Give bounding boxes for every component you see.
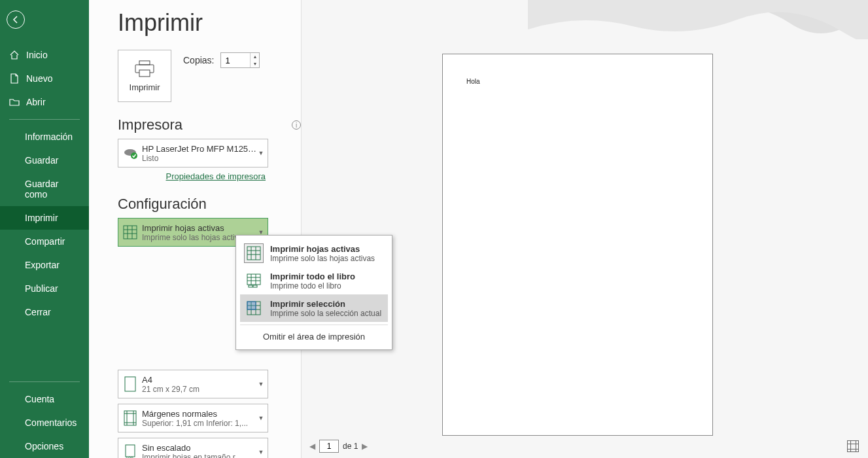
copies-spinner[interactable]: ▲ ▼ — [220, 52, 260, 68]
chevron-down-icon: ▼ — [257, 150, 268, 156]
sidebar-separator — [9, 381, 80, 382]
svg-rect-29 — [253, 285, 257, 287]
option-title: Imprimir todo el libro — [270, 272, 355, 281]
nav-cuenta[interactable]: Cuenta — [0, 387, 89, 411]
dropdown-title: Sin escalado — [142, 443, 257, 453]
popup-ignore-print-area[interactable]: Omitir el área de impresión — [240, 328, 388, 345]
dropdown-subtitle: 21 cm x 29,7 cm — [142, 385, 257, 394]
nav-label: Opciones — [25, 441, 63, 451]
margins-icon — [118, 404, 142, 432]
svg-rect-11 — [124, 411, 136, 425]
nav-label: Publicar — [25, 283, 58, 294]
nav-label: Comentarios — [25, 417, 77, 428]
print-button-label: Imprimir — [130, 82, 160, 92]
prev-page-button[interactable]: ◀ — [305, 442, 319, 451]
printer-status-icon — [118, 139, 142, 167]
option-title: Imprimir selección — [270, 299, 381, 309]
page-preview: Hola — [442, 54, 713, 436]
workbook-icon — [244, 271, 264, 291]
nav-label: Guardar — [25, 155, 58, 166]
page-navigator: ◀ de 1 ▶ — [303, 438, 859, 454]
printer-properties-link[interactable]: Propiedades de impresora — [118, 171, 266, 181]
nav-informacion[interactable]: Información — [0, 125, 89, 149]
printer-dropdown[interactable]: HP LaserJet Pro MFP M125-... Listo ▼ — [118, 139, 268, 167]
show-margins-button[interactable] — [847, 440, 859, 452]
page-of-label: de 1 — [343, 442, 358, 451]
chevron-down-icon: ▼ — [257, 415, 268, 421]
header-decoration — [528, 0, 868, 39]
dropdown-title: Márgenes normales — [142, 409, 257, 419]
svg-rect-0 — [139, 61, 150, 65]
nav-label: Información — [25, 132, 73, 142]
margins-dropdown[interactable]: Márgenes normales Superior: 1,91 cm Infe… — [118, 404, 268, 432]
option-subtitle: Imprime todo el libro — [270, 281, 355, 291]
scaling-icon: 100 — [118, 438, 142, 458]
nav-nuevo[interactable]: Nuevo — [0, 67, 89, 90]
back-arrow-icon — [10, 14, 21, 25]
nav-label: Guardar como — [25, 179, 80, 200]
nav-label: Nuevo — [26, 73, 52, 84]
svg-rect-10 — [125, 377, 135, 391]
nav-label: Imprimir — [25, 213, 58, 223]
printer-section-title: Impresora — [118, 116, 182, 133]
paper-size-dropdown[interactable]: A4 21 cm x 29,7 cm ▼ — [118, 370, 268, 398]
nav-opciones[interactable]: Opciones — [0, 434, 89, 458]
open-folder-icon — [9, 97, 20, 107]
nav-label: Inicio — [26, 50, 48, 60]
print-settings-panel: Imprimir Imprimir Copias: ▲ — [89, 0, 301, 458]
back-button[interactable] — [7, 10, 25, 29]
nav-label: Cerrar — [25, 307, 51, 317]
sidebar-separator — [9, 119, 80, 120]
option-subtitle: Imprime solo la selección actual — [270, 309, 381, 318]
printer-icon — [133, 60, 156, 77]
popup-option-selection[interactable]: Imprimir selección Imprime solo la selec… — [240, 294, 388, 322]
nav-label: Abrir — [26, 97, 46, 107]
option-title: Imprimir hojas activas — [270, 244, 375, 254]
copies-down-button[interactable]: ▼ — [251, 60, 259, 67]
nav-label: Compartir — [25, 236, 65, 247]
printer-status: Listo — [142, 154, 257, 163]
printer-info-icon[interactable]: i — [292, 120, 301, 130]
svg-rect-2 — [139, 70, 150, 77]
svg-rect-18 — [247, 247, 260, 260]
print-button[interactable]: Imprimir — [118, 50, 171, 102]
copies-up-button[interactable]: ▲ — [251, 53, 259, 60]
nav-label: Exportar — [25, 260, 60, 270]
print-what-popup: Imprimir hojas activas Imprime solo las … — [235, 235, 392, 350]
nav-label: Cuenta — [25, 394, 54, 404]
option-subtitle: Imprime solo las hojas activas — [270, 254, 375, 263]
nav-guardar[interactable]: Guardar — [0, 149, 89, 172]
nav-exportar[interactable]: Exportar — [0, 253, 89, 277]
nav-guardar-como[interactable]: Guardar como — [0, 172, 89, 206]
dropdown-subtitle: Imprimir hojas en tamaño r... — [142, 453, 257, 459]
popup-option-active-sheets[interactable]: Imprimir hojas activas Imprime solo las … — [240, 239, 388, 267]
print-preview-panel: Hola ◀ de 1 ▶ — [301, 0, 868, 458]
scaling-dropdown[interactable]: 100 Sin escalado Imprimir hojas en tamañ… — [118, 438, 268, 458]
printer-name: HP LaserJet Pro MFP M125-... — [142, 144, 257, 154]
nav-comentarios[interactable]: Comentarios — [0, 411, 89, 434]
new-file-icon — [9, 73, 20, 84]
nav-inicio[interactable]: Inicio — [0, 43, 89, 67]
nav-abrir[interactable]: Abrir — [0, 90, 89, 114]
svg-rect-23 — [247, 274, 260, 285]
nav-cerrar[interactable]: Cerrar — [0, 300, 89, 324]
popup-option-entire-workbook[interactable]: Imprimir todo el libro Imprime todo el l… — [240, 267, 388, 294]
dropdown-subtitle: Superior: 1,91 cm Inferior: 1,... — [142, 419, 257, 428]
page-icon — [118, 370, 142, 398]
nav-imprimir[interactable]: Imprimir — [0, 206, 89, 230]
nav-compartir[interactable]: Compartir — [0, 230, 89, 253]
copies-label: Copias: — [183, 55, 214, 65]
nav-publicar[interactable]: Publicar — [0, 277, 89, 300]
home-icon — [9, 50, 20, 60]
selection-icon — [244, 298, 264, 318]
page-number-input[interactable] — [319, 440, 339, 453]
popup-separator — [240, 325, 388, 325]
next-page-button[interactable]: ▶ — [358, 442, 372, 451]
svg-rect-5 — [124, 226, 137, 239]
preview-cell: Hola — [466, 78, 689, 85]
sheets-icon — [244, 243, 264, 263]
svg-point-4 — [131, 152, 137, 159]
dropdown-title: Imprimir hojas activas — [142, 223, 257, 233]
copies-input[interactable] — [221, 53, 250, 67]
svg-rect-35 — [247, 302, 256, 309]
